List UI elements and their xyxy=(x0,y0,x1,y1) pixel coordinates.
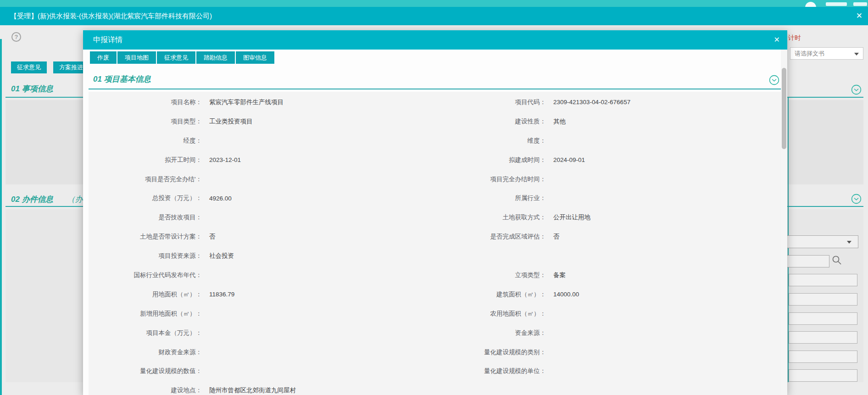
modal-scrollbar[interactable] xyxy=(781,50,787,395)
modal-close-icon[interactable]: ✕ xyxy=(774,30,780,50)
form-cell-right: 所属行业： xyxy=(433,194,774,202)
form-row: 项目名称： 紫宸汽车零部件生产线项目 项目代码： 2309-421303-04-… xyxy=(89,93,781,112)
modal-tab[interactable]: 项目地图 xyxy=(117,51,156,64)
form-row: 土地是否带设计方案： 否 是否完成区域评估： 否 xyxy=(89,227,781,246)
timer-label: 计时 xyxy=(788,34,801,42)
caret-down-icon xyxy=(854,53,859,56)
field-value: 2024-09-01 xyxy=(553,156,585,163)
field-label: 资金来源： xyxy=(433,329,546,337)
field-label: 土地获取方式： xyxy=(433,213,546,222)
field-value: 其他 xyxy=(553,117,566,126)
field-label: 农用地面积（㎡）： xyxy=(433,310,546,318)
background-field[interactable] xyxy=(789,331,857,344)
field-value: 随州市曾都区北郊街道九间屋村 xyxy=(209,386,296,395)
field-value: 2309-421303-04-02-676657 xyxy=(553,99,630,106)
field-value: 公开出让用地 xyxy=(553,213,590,222)
chevron-down-icon[interactable] xyxy=(851,84,862,95)
section-label-suffix: （办 xyxy=(67,195,83,204)
form-row: 总投资（万元）： 4926.00 所属行业： xyxy=(89,189,781,208)
field-value: 2023-12-01 xyxy=(209,156,241,163)
window-title: 【受理】(新)供水报装-(供水报装)(湖北紫宸汽车部件科技有限公司) xyxy=(10,7,212,25)
form-cell-right: 农用地面积（㎡）： xyxy=(433,310,774,318)
field-label: 建设地点： xyxy=(89,386,202,395)
field-label: 新增用地面积（㎡）： xyxy=(89,310,202,318)
background-field[interactable] xyxy=(789,369,857,382)
avatar[interactable] xyxy=(805,2,816,7)
search-icon[interactable] xyxy=(831,255,842,266)
field-value: 备案 xyxy=(553,271,566,279)
top-strip-text-fragment xyxy=(826,2,847,6)
field-label: 项目名称： xyxy=(89,98,202,106)
section-title-matter-info: 01 事项信息 xyxy=(11,83,53,94)
document-select[interactable]: 请选择文书 xyxy=(790,47,863,60)
field-label: 建设性质： xyxy=(433,117,546,126)
field-value: 4926.00 xyxy=(209,195,232,202)
section-title-case-info: 02 办件信息 （办 xyxy=(11,194,83,205)
form-row: 项目类型： 工业类投资项目 建设性质： 其他 xyxy=(89,112,781,131)
modal-scrollbar-thumb[interactable] xyxy=(782,68,786,149)
modal-tab[interactable]: 征求意见 xyxy=(157,51,195,64)
window-titlebar: 【受理】(新)供水报装-(供水报装)(湖北紫宸汽车部件科技有限公司) ✕ xyxy=(0,7,868,25)
form-cell-left: 项目类型： 工业类投资项目 xyxy=(89,117,433,126)
consult-opinion-button[interactable]: 征求意见 xyxy=(11,61,47,73)
form-row: 国标行业代码发布年代： 立项类型： 备案 xyxy=(89,266,781,285)
form-cell-left: 拟开工时间： 2023-12-01 xyxy=(89,156,433,164)
field-label: 项目是否完全办结'： xyxy=(89,175,202,184)
field-label: 维度： xyxy=(433,137,546,145)
form-row: 建设地点： 随州市曾都区北郊街道九间屋村 xyxy=(89,381,781,395)
help-icon[interactable]: ? xyxy=(11,32,21,42)
form-cell-left: 新增用地面积（㎡）： xyxy=(89,310,433,318)
form-row: 项目是否完全办结'： 项目完全办结时间： xyxy=(89,170,781,189)
form-cell-left: 财政资金来源： xyxy=(89,348,433,356)
form-cell-right: 是否完成区域评估： 否 xyxy=(433,233,774,241)
modal-title: 申报详情 xyxy=(93,30,122,50)
form-cell-right: 量化建设规模的单位： xyxy=(433,367,774,375)
background-field[interactable] xyxy=(789,312,857,325)
window-close-icon[interactable]: ✕ xyxy=(856,7,862,25)
chevron-down-icon[interactable] xyxy=(851,194,862,204)
form-cell-left: 用地面积（㎡）： 11836.79 xyxy=(89,290,433,299)
form-cell-left: 土地是否带设计方案： 否 xyxy=(89,233,433,241)
section-label: 事项信息 xyxy=(22,84,53,93)
field-label: 项目本金（万元）： xyxy=(89,329,202,337)
chevron-down-icon[interactable] xyxy=(769,75,779,85)
modal-declaration-details: 申报详情 ✕ 作废 项目地图 征求意见 踏勘信息 图审信息 01 项目基本信息 xyxy=(83,30,787,395)
form-rows: 项目名称： 紫宸汽车零部件生产线项目 项目代码： 2309-421303-04-… xyxy=(89,92,781,395)
section-number: 02 xyxy=(11,195,20,204)
form-cell-left: 国标行业代码发布年代： xyxy=(89,271,433,279)
field-value: 工业类投资项目 xyxy=(209,117,253,126)
background-field[interactable] xyxy=(789,293,857,306)
field-label: 拟建成时间： xyxy=(433,156,546,164)
form-cell-left: 建设地点： 随州市曾都区北郊街道九间屋村 xyxy=(89,386,433,395)
background-field[interactable] xyxy=(789,350,857,363)
modal-tab[interactable]: 图审信息 xyxy=(236,51,274,64)
document-select-value: 请选择文书 xyxy=(795,50,824,57)
form-row: 新增用地面积（㎡）： 农用地面积（㎡）： xyxy=(89,304,781,323)
form-cell-left: 项目是否完全办结'： xyxy=(89,175,433,184)
form-cell-right: 量化建设规模的类别： xyxy=(433,348,774,356)
form-cell-left: 总投资（万元）： 4926.00 xyxy=(89,194,433,202)
background-field[interactable] xyxy=(789,274,857,286)
form-row: 财政资金来源： 量化建设规模的类别： xyxy=(89,343,781,362)
form-row: 经度： 维度： xyxy=(89,131,781,150)
modal-section-heading: 01 项目基本信息 xyxy=(93,74,151,84)
form-row: 是否技改项目： 土地获取方式： 公开出让用地 xyxy=(89,208,781,227)
form-cell-left: 量化建设规模的数值： xyxy=(89,367,433,375)
field-label: 土地是否带设计方案： xyxy=(89,233,202,241)
field-label: 立项类型： xyxy=(433,271,546,279)
field-value: 11836.79 xyxy=(209,291,234,298)
form-cell-left: 项目名称： 紫宸汽车零部件生产线项目 xyxy=(89,98,433,106)
field-value: 否 xyxy=(209,233,216,241)
form-cell-left: 经度： xyxy=(89,137,433,145)
field-label: 项目投资来源： xyxy=(89,252,202,260)
field-label: 项目类型： xyxy=(89,117,202,126)
modal-tab[interactable]: 作废 xyxy=(90,51,117,64)
field-label: 量化建设规模的单位： xyxy=(433,367,546,375)
field-label: 建筑面积（㎡）： xyxy=(433,290,546,299)
form-cell-right: 维度： xyxy=(433,137,774,145)
field-label: 总投资（万元）： xyxy=(89,194,202,202)
modal-tab[interactable]: 踏勘信息 xyxy=(196,51,235,64)
field-value: 社会投资 xyxy=(209,252,234,260)
form-cell-right: 资金来源： xyxy=(433,329,774,337)
top-strip-text-fragment xyxy=(853,2,867,6)
